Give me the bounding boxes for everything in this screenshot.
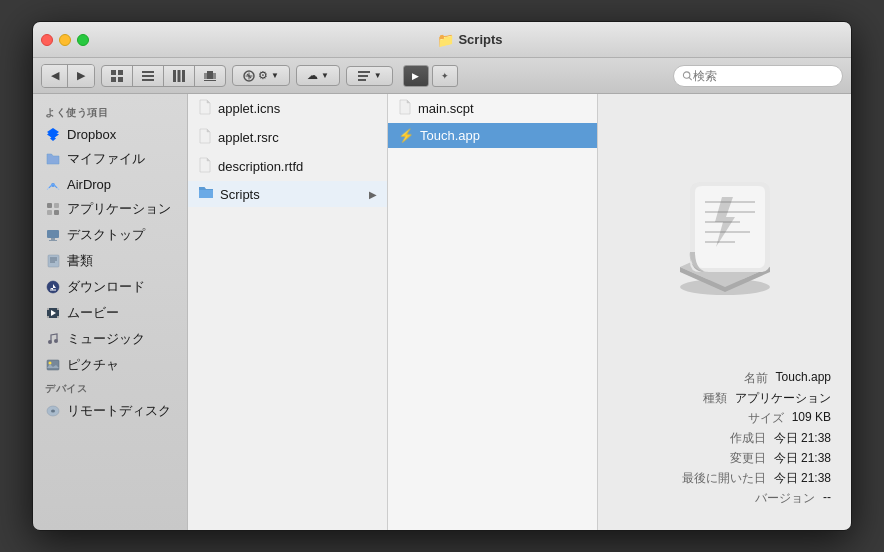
svg-rect-41 <box>47 308 49 310</box>
svg-rect-43 <box>47 316 49 318</box>
sidebar-item-airdrop[interactable]: AirDrop <box>33 172 187 196</box>
file-item-scripts-folder[interactable]: Scripts ▶ <box>188 181 387 207</box>
maximize-button[interactable] <box>77 34 89 46</box>
traffic-lights <box>41 34 89 46</box>
dropbox-icon <box>45 126 61 142</box>
size-value: 109 KB <box>792 410 831 427</box>
svg-rect-3 <box>118 77 123 82</box>
file-item-applet-icns[interactable]: applet.icns <box>188 94 387 123</box>
desktop-icon <box>45 227 61 243</box>
toolbar: ◀ ▶ ⚙ ▼ ☁ ▼ ▼ <box>33 58 851 94</box>
nav-arrows: ◀ ▶ <box>41 64 95 88</box>
modified-value: 今日 21:38 <box>774 450 831 467</box>
sidebar-section-devices: デバイス <box>33 378 187 398</box>
svg-rect-1 <box>118 70 123 75</box>
sidebar-item-dropbox-label: Dropbox <box>67 127 116 142</box>
sidebar-item-applications[interactable]: アプリケーション <box>33 196 187 222</box>
sidebar-item-myfiles[interactable]: マイファイル <box>33 146 187 172</box>
close-button[interactable] <box>41 34 53 46</box>
sidebar-item-applications-label: アプリケーション <box>67 200 171 218</box>
folder-icon: 📁 <box>437 32 454 48</box>
last-opened-label: 最後に開いた日 <box>682 470 766 487</box>
forward-button[interactable]: ▶ <box>68 65 94 87</box>
svg-rect-28 <box>47 210 52 215</box>
svg-rect-31 <box>51 238 55 240</box>
file-info-type-row: 種類 アプリケーション <box>618 390 831 407</box>
svg-point-47 <box>54 339 58 343</box>
version-value: -- <box>823 490 831 507</box>
file-icon <box>198 128 212 147</box>
svg-rect-16 <box>358 71 370 73</box>
arrange-chevron: ▼ <box>374 71 382 80</box>
titlebar: 📁 Scripts <box>33 22 851 58</box>
svg-rect-27 <box>54 203 59 208</box>
file-info-modified-row: 変更日 今日 21:38 <box>618 450 831 467</box>
icon-view-button[interactable] <box>102 66 133 86</box>
file-icon <box>198 99 212 118</box>
file-info: 名前 Touch.app 種類 アプリケーション サイズ 109 KB 作成日 … <box>618 360 831 510</box>
file-icon <box>198 157 212 176</box>
pictures-icon <box>45 357 61 373</box>
documents-icon <box>45 253 61 269</box>
name-label: 名前 <box>688 370 768 387</box>
svg-rect-13 <box>204 80 216 81</box>
sidebar-item-music-label: ミュージック <box>67 330 145 348</box>
search-bar[interactable] <box>673 65 843 87</box>
file-list-2: main.scpt ⚡ Touch.app <box>388 94 598 530</box>
share-button[interactable]: ☁ ▼ <box>296 65 340 86</box>
search-icon <box>682 70 693 82</box>
file-item-applet-rsrc[interactable]: applet.rsrc <box>188 123 387 152</box>
created-value: 今日 21:38 <box>774 430 831 447</box>
terminal-button[interactable]: ▶ <box>403 65 429 87</box>
svg-rect-10 <box>207 71 213 79</box>
view-buttons <box>101 65 226 87</box>
sidebar-item-dropbox[interactable]: Dropbox <box>33 122 187 146</box>
sidebar-section-favorites: よく使う項目 <box>33 102 187 122</box>
sidebar-item-desktop[interactable]: デスクトップ <box>33 222 187 248</box>
coverflow-view-button[interactable] <box>195 66 225 86</box>
arrange-button[interactable]: ▼ <box>346 66 393 86</box>
svg-rect-5 <box>142 75 154 77</box>
version-label: バージョン <box>735 490 815 507</box>
minimize-button[interactable] <box>59 34 71 46</box>
file-list-1: applet.icns applet.rsrc description.rtfd <box>188 94 388 530</box>
list-view-button[interactable] <box>133 66 164 86</box>
sidebar-item-remote-disk[interactable]: リモートディスク <box>33 398 187 424</box>
script-button[interactable]: ✦ <box>432 65 458 87</box>
app-icon: ⚡ <box>398 128 414 143</box>
svg-rect-11 <box>204 73 207 79</box>
svg-rect-48 <box>47 360 59 370</box>
svg-rect-32 <box>49 240 57 241</box>
file-item-main-scpt[interactable]: main.scpt <box>388 94 597 123</box>
applications-icon <box>45 201 61 217</box>
downloads-icon <box>45 279 61 295</box>
file-info-name-row: 名前 Touch.app <box>618 370 831 387</box>
svg-rect-6 <box>142 79 154 81</box>
music-icon <box>45 331 61 347</box>
sidebar-item-pictures[interactable]: ピクチャ <box>33 352 187 378</box>
svg-rect-26 <box>47 203 52 208</box>
column-view-button[interactable] <box>164 66 195 86</box>
sidebar-item-documents[interactable]: 書類 <box>33 248 187 274</box>
svg-point-19 <box>683 71 689 77</box>
script-app-icon <box>660 172 790 302</box>
movies-icon <box>45 305 61 321</box>
sidebar-item-downloads[interactable]: ダウンロード <box>33 274 187 300</box>
sidebar-item-myfiles-label: マイファイル <box>67 150 145 168</box>
type-label: 種類 <box>647 390 727 407</box>
folder-chevron-icon: ▶ <box>369 189 377 200</box>
sidebar-item-music[interactable]: ミュージック <box>33 326 187 352</box>
file-item-touch-app[interactable]: ⚡ Touch.app <box>388 123 597 148</box>
remote-disk-icon <box>45 403 61 419</box>
sidebar-item-downloads-label: ダウンロード <box>67 278 145 296</box>
file-item-description-rtfd[interactable]: description.rtfd <box>188 152 387 181</box>
svg-point-46 <box>48 340 52 344</box>
back-button[interactable]: ◀ <box>42 65 68 87</box>
sidebar-item-movies[interactable]: ムービー <box>33 300 187 326</box>
file-item-label: description.rtfd <box>218 159 303 174</box>
action-button[interactable]: ⚙ ▼ <box>232 65 290 86</box>
svg-rect-0 <box>111 70 116 75</box>
svg-line-20 <box>689 77 692 80</box>
search-input[interactable] <box>693 69 834 83</box>
svg-rect-9 <box>182 70 185 82</box>
